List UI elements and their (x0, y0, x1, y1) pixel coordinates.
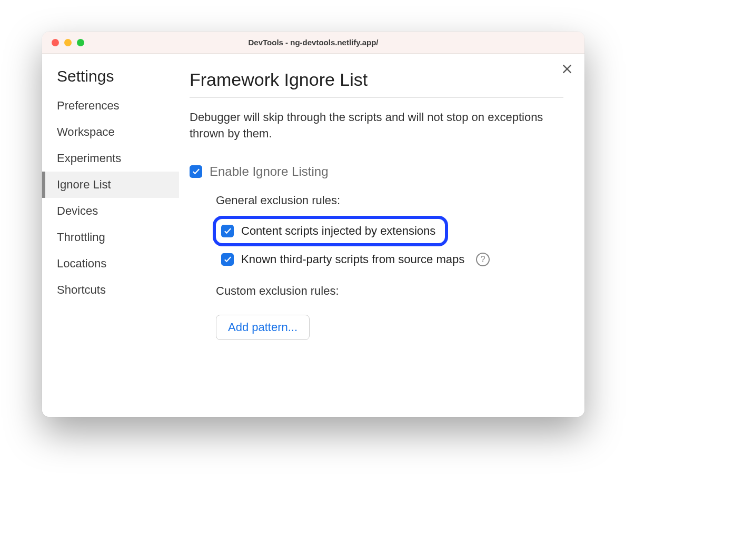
sidebar-item-label: Experiments (57, 152, 121, 165)
traffic-lights (52, 39, 84, 46)
sidebar-item-experiments[interactable]: Experiments (42, 145, 179, 172)
window-titlebar: DevTools - ng-devtools.netlify.app/ (42, 32, 584, 54)
add-pattern-button[interactable]: Add pattern... (216, 315, 310, 340)
enable-ignore-listing-row: Enable Ignore Listing (190, 164, 563, 179)
sidebar-item-preferences[interactable]: Preferences (42, 93, 179, 119)
sidebar-title: Settings (42, 67, 179, 93)
sidebar-item-devices[interactable]: Devices (42, 198, 179, 224)
maximize-window-button[interactable] (77, 39, 84, 46)
sidebar-item-label: Workspace (57, 125, 115, 138)
settings-sidebar: Settings Preferences Workspace Experimen… (42, 54, 179, 417)
sidebar-item-shortcuts[interactable]: Shortcuts (42, 277, 179, 303)
third-party-scripts-label: Known third-party scripts from source ma… (241, 253, 464, 266)
sidebar-item-label: Shortcuts (57, 283, 106, 296)
close-icon (561, 63, 573, 75)
sidebar-item-locations[interactable]: Locations (42, 251, 179, 277)
close-settings-button[interactable] (561, 63, 573, 77)
page-title: Framework Ignore List (190, 69, 563, 98)
settings-main-panel: Framework Ignore List Debugger will skip… (179, 54, 584, 417)
sidebar-item-ignore-list[interactable]: Ignore List (42, 172, 179, 198)
content-scripts-checkbox[interactable] (221, 225, 234, 237)
sidebar-item-label: Devices (57, 204, 98, 217)
third-party-rule-row: Known third-party scripts from source ma… (216, 249, 563, 269)
sidebar-item-workspace[interactable]: Workspace (42, 119, 179, 145)
window-title: DevTools - ng-devtools.netlify.app/ (249, 38, 379, 47)
third-party-scripts-checkbox[interactable] (221, 253, 234, 266)
sidebar-item-label: Locations (57, 257, 106, 270)
minimize-window-button[interactable] (64, 39, 72, 46)
devtools-settings-window: DevTools - ng-devtools.netlify.app/ Sett… (42, 32, 584, 417)
settings-content: Settings Preferences Workspace Experimen… (42, 54, 584, 417)
enable-ignore-listing-checkbox[interactable] (190, 165, 202, 178)
content-scripts-rule-highlight: Content scripts injected by extensions (213, 216, 448, 246)
checkmark-icon (223, 226, 232, 235)
add-pattern-label: Add pattern... (228, 321, 297, 334)
sidebar-item-label: Ignore List (57, 178, 111, 191)
checkmark-icon (223, 255, 232, 264)
enable-ignore-listing-label: Enable Ignore Listing (210, 164, 329, 179)
sidebar-item-label: Preferences (57, 99, 120, 112)
sidebar-item-throttling[interactable]: Throttling (42, 224, 179, 251)
custom-exclusion-label: Custom exclusion rules: (216, 284, 563, 298)
sidebar-item-label: Throttling (57, 231, 105, 244)
help-icon[interactable]: ? (476, 253, 490, 266)
page-description: Debugger will skip through the scripts a… (190, 109, 563, 142)
close-window-button[interactable] (52, 39, 59, 46)
checkmark-icon (192, 167, 201, 176)
content-scripts-label: Content scripts injected by extensions (241, 224, 435, 238)
general-exclusion-label: General exclusion rules: (216, 194, 563, 207)
